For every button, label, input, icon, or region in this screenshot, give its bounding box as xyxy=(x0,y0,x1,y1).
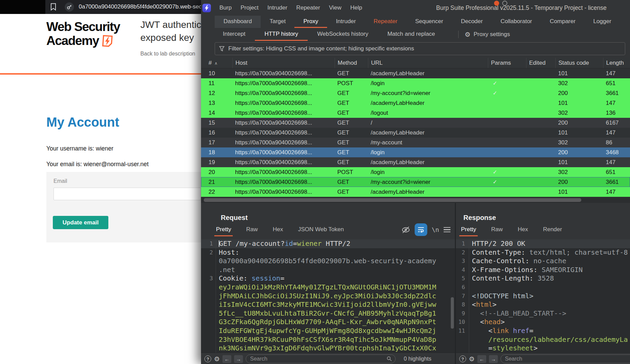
response-search-input[interactable] xyxy=(501,354,630,363)
column-header-edited[interactable]: Edited xyxy=(526,58,555,68)
previous-match-button[interactable]: ← xyxy=(477,355,486,363)
logo-line-2: Academy xyxy=(46,34,120,50)
editor-tab-json-web-token[interactable]: JSON Web Token xyxy=(298,226,344,233)
code-line: 4X-Frame-Options: SAMEORIGIN xyxy=(456,266,630,274)
history-row[interactable]: 12https://0a7000a9040026698...GET/my-acc… xyxy=(201,88,630,98)
editor-tab-raw[interactable]: Raw xyxy=(491,226,503,233)
line-number xyxy=(201,327,216,335)
history-row[interactable]: 18https://0a7000a9040026698...GET/login2… xyxy=(201,147,630,157)
help-icon[interactable]: ? xyxy=(459,355,466,362)
history-row[interactable]: 10https://0a7000a9040026698...GET/academ… xyxy=(201,68,630,78)
request-scrollbar-thumb[interactable] xyxy=(451,297,454,329)
tab-dashboard[interactable]: Dashboard xyxy=(215,16,261,28)
editor-tab-pretty[interactable]: Pretty xyxy=(461,226,476,233)
line-number xyxy=(456,335,469,344)
tab-decoder[interactable]: Decoder xyxy=(452,16,492,28)
back-to-lab-description-link[interactable]: Back to lab description xyxy=(140,51,195,57)
tab-logger[interactable]: Logger xyxy=(584,16,620,28)
column-header-length[interactable]: Length xyxy=(603,58,630,68)
line-number: 3 xyxy=(201,274,216,283)
column-header-status-code[interactable]: Status code xyxy=(555,58,603,68)
editor-menu-icon[interactable] xyxy=(444,227,450,233)
subtab-websockets-history[interactable]: WebSockets history xyxy=(308,28,378,41)
history-row[interactable]: 21https://0a7000a9040026698...GET/my-acc… xyxy=(201,177,630,187)
subtab-intercept[interactable]: Intercept xyxy=(213,28,255,41)
menu-repeater[interactable]: Repeater xyxy=(292,4,324,11)
line-number xyxy=(201,318,216,327)
history-row[interactable]: 11https://0a7000a9040026698...POST/login… xyxy=(201,78,630,88)
gear-icon[interactable]: ⚙ xyxy=(469,355,475,363)
scrollbar-thumb[interactable] xyxy=(204,198,581,202)
code-line: 2Content-Type: text/html; charset=utf-8 xyxy=(456,248,630,257)
wrap-text-icon xyxy=(418,227,424,233)
tab-repeater[interactable]: Repeater xyxy=(365,16,406,28)
editor-tab-pretty[interactable]: Pretty xyxy=(216,226,231,233)
menu-help[interactable]: Help xyxy=(346,4,367,11)
history-row[interactable]: 13https://0a7000a9040026698...GET/academ… xyxy=(201,98,630,108)
history-row[interactable]: 22https://0a7000a9040026698...GET/academ… xyxy=(201,187,630,197)
email-input[interactable] xyxy=(53,188,201,200)
editor-tab-hex[interactable]: Hex xyxy=(518,226,528,233)
burp-main-tabs: DashboardTargetProxyIntruderRepeaterSequ… xyxy=(201,16,630,28)
next-match-button[interactable]: → xyxy=(489,355,498,363)
tab-sequencer[interactable]: Sequencer xyxy=(406,16,452,28)
column-header-host[interactable]: Host xyxy=(232,58,335,68)
bookmark-icon[interactable] xyxy=(50,3,56,12)
menu-intruder[interactable]: Intruder xyxy=(263,4,292,11)
request-panel: Request PrettyRawHexJSON Web Token \n 1G… xyxy=(201,203,455,364)
history-row[interactable]: 20https://0a7000a9040026698...POST/login… xyxy=(201,167,630,177)
request-editor[interactable]: 1GET /my-account?id=wiener HTTP/22Host:0… xyxy=(201,239,455,353)
code-line: .net xyxy=(201,266,455,274)
next-match-button[interactable]: → xyxy=(234,355,243,363)
newline-toggle-icon[interactable]: \n xyxy=(432,226,439,233)
code-line: 11 <link href= xyxy=(456,327,630,335)
gear-icon: ⚙ xyxy=(465,31,471,38)
history-table-header[interactable]: #∧HostMethodURLParamsEditedStatus codeLe… xyxy=(201,58,630,68)
tab-comparer[interactable]: Comparer xyxy=(541,16,585,28)
tab-target[interactable]: Target xyxy=(261,16,294,28)
previous-match-button[interactable]: ← xyxy=(222,355,231,363)
history-row[interactable]: 15https://0a7000a9040026698...GET/200616… xyxy=(201,118,630,128)
burp-app-icon xyxy=(202,4,211,12)
update-email-button[interactable]: Update email xyxy=(53,216,108,229)
soft-wrap-toggle[interactable] xyxy=(415,223,427,236)
subtab-http-history[interactable]: HTTP history xyxy=(255,28,308,41)
editor-tab-render[interactable]: Render xyxy=(543,226,562,233)
url-text[interactable]: 0a7000a9040026698b5f4fde0029007b.web-sec xyxy=(79,3,201,10)
column-header-params[interactable]: Params xyxy=(488,58,526,68)
history-row[interactable]: 17https://0a7000a9040026698...GET/my-acc… xyxy=(201,138,630,147)
subtab-match-and-replace[interactable]: Match and replace xyxy=(378,28,445,41)
menu-view[interactable]: View xyxy=(324,4,346,11)
window-title: Burp Suite Professional v2025.11.5 - Tem… xyxy=(436,0,606,16)
column-header-url[interactable]: URL xyxy=(368,58,488,68)
burp-menu-bar: BurpProjectIntruderRepeaterViewHelp Burp… xyxy=(201,0,630,16)
response-editor[interactable]: 1HTTP/2 200 OK2Content-Type: text/html; … xyxy=(456,239,630,353)
browser-url-bar[interactable]: 0a7000a9040026698b5f4fde0029007b.web-sec xyxy=(0,0,201,14)
line-number xyxy=(201,257,216,266)
history-row[interactable]: 14https://0a7000a9040026698...GET/logout… xyxy=(201,108,630,118)
table-horizontal-scrollbar[interactable] xyxy=(201,197,630,203)
code-line: 8<html> xyxy=(456,300,630,309)
column-header-method[interactable]: Method xyxy=(335,58,368,68)
history-row[interactable]: 16https://0a7000a9040026698...GET/academ… xyxy=(201,128,630,138)
editor-tab-raw[interactable]: Raw xyxy=(246,226,258,233)
hide-eye-icon[interactable] xyxy=(401,226,410,234)
notification-dot-icon xyxy=(494,1,499,6)
column-header--[interactable]: #∧ xyxy=(201,58,232,68)
help-icon[interactable]: ? xyxy=(204,355,211,362)
proxy-settings-button[interactable]: ⚙ Proxy settings xyxy=(465,31,510,38)
request-title: Request xyxy=(221,214,248,222)
request-search-input[interactable] xyxy=(246,354,396,363)
editor-tab-hex[interactable]: Hex xyxy=(273,226,283,233)
filter-settings-bar[interactable]: Filter settings: Hiding CSS and image co… xyxy=(215,42,625,55)
menu-burp[interactable]: Burp xyxy=(215,4,236,11)
code-line: 1HTTP/2 200 OK xyxy=(456,239,630,248)
tab-proxy[interactable]: Proxy xyxy=(294,16,327,28)
gear-icon[interactable]: ⚙ xyxy=(214,355,220,363)
history-row[interactable]: 19https://0a7000a9040026698...GET/academ… xyxy=(201,157,630,167)
menu-project[interactable]: Project xyxy=(236,4,263,11)
tab-collaborator[interactable]: Collaborator xyxy=(492,16,541,28)
tab-intruder[interactable]: Intruder xyxy=(327,16,365,28)
password-key-icon[interactable] xyxy=(65,2,74,12)
line-number xyxy=(201,283,216,292)
